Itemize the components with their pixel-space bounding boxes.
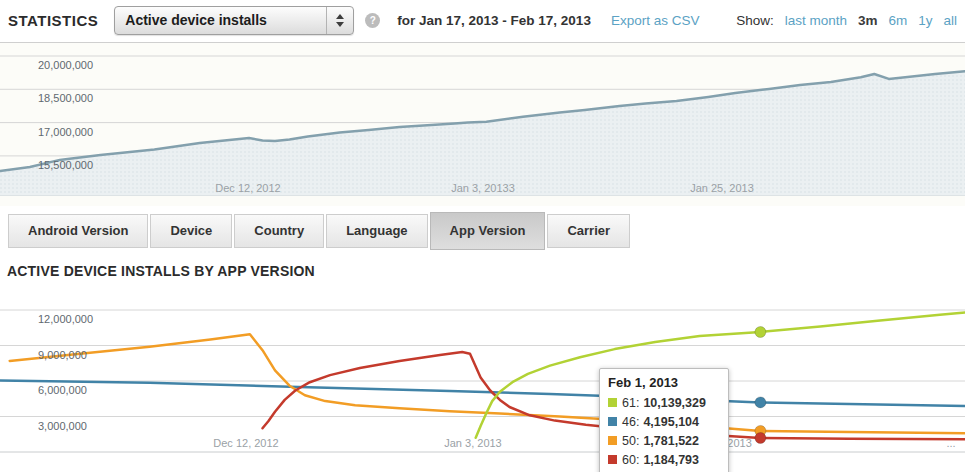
tab-android-version[interactable]: Android Version (8, 214, 148, 248)
tooltip-row: 60:1,184,793 (608, 450, 720, 469)
y-tick-label: 15,500,000 (38, 159, 93, 171)
x-tick-label: Jan 25, 2013 (690, 182, 754, 194)
x-tick-label: Dec 12, 2012 (215, 182, 280, 194)
tab-carrier[interactable]: Carrier (547, 214, 630, 248)
series-marker-60 (755, 433, 766, 444)
series-line-46 (0, 380, 965, 406)
range-all[interactable]: all (943, 13, 957, 28)
tooltip-date: Feb 1, 2013 (608, 375, 720, 390)
series-area-active-device-installs (0, 71, 965, 195)
range-selector: Show: last month3m6m1yall (736, 13, 957, 28)
metric-dropdown[interactable]: Active device installs (114, 6, 354, 35)
series-marker-46 (755, 397, 766, 408)
tooltip-version-label: 61: (622, 396, 639, 410)
tooltip-row: 46:4,195,104 (608, 412, 720, 431)
tooltip-value: 1,184,793 (643, 453, 699, 467)
tooltip-version-label: 46: (622, 415, 639, 429)
tooltip-value: 1,781,522 (643, 434, 699, 448)
y-tick-label: 20,000,000 (38, 59, 93, 71)
x-tick-label: Jan 3, 2013 (444, 437, 502, 449)
range-6m[interactable]: 6m (888, 13, 907, 28)
tooltip-version-label: 60: (622, 453, 639, 467)
page-title: STATISTICS (8, 12, 98, 29)
y-tick-label: 3,000,000 (38, 420, 87, 432)
y-tick-label: 17,000,000 (38, 126, 93, 138)
tooltip-row: 61:10,139,329 (608, 393, 720, 412)
tab-language[interactable]: Language (326, 214, 427, 248)
section-title: ACTIVE DEVICE INSTALLS BY APP VERSION (7, 263, 315, 279)
y-tick-label: 12,000,000 (38, 313, 93, 325)
chart-canvas (0, 290, 965, 460)
installs-area-chart[interactable]: 20,000,00018,500,00017,000,00015,500,000… (0, 42, 965, 206)
legend-swatch-icon (608, 455, 617, 464)
statistics-page: STATISTICS Active device installs ? for … (0, 0, 965, 472)
tooltip-value: 4,195,104 (643, 415, 699, 429)
tooltip-row: 50:1,781,522 (608, 431, 720, 450)
range-1y[interactable]: 1y (918, 13, 932, 28)
y-tick-label: 18,500,000 (38, 92, 93, 104)
tooltip-value: 10,139,329 (643, 396, 706, 410)
show-label: Show: (736, 13, 774, 28)
metric-dropdown-value: Active device installs (115, 12, 326, 28)
range-last-month[interactable]: last month (785, 13, 847, 28)
x-tick-label: ... (946, 437, 955, 449)
report-tabs: Android VersionDeviceCountryLanguageApp … (8, 214, 630, 248)
chart-tooltip: Feb 1, 2013 61:10,139,32946:4,195,10450:… (599, 368, 729, 472)
tooltip-version-label: 50: (622, 434, 639, 448)
series-marker-61 (755, 327, 766, 338)
app-version-line-chart[interactable]: 12,000,0009,000,0006,000,0003,000,000Dec… (0, 290, 965, 460)
date-range-label: for Jan 17, 2013 - Feb 17, 2013 (397, 13, 591, 28)
range-3m[interactable]: 3m (858, 13, 878, 28)
help-icon[interactable]: ? (365, 13, 380, 28)
tab-country[interactable]: Country (234, 214, 324, 248)
header-bar: STATISTICS Active device installs ? for … (0, 0, 965, 40)
legend-swatch-icon (608, 417, 617, 426)
y-tick-label: 6,000,000 (38, 384, 87, 396)
x-tick-label: Dec 12, 2012 (213, 437, 278, 449)
tab-device[interactable]: Device (150, 214, 232, 248)
x-tick-label: Jan 3, 20133 (451, 182, 515, 194)
legend-swatch-icon (608, 436, 617, 445)
export-csv-link[interactable]: Export as CSV (611, 13, 700, 28)
chevron-updown-icon (326, 7, 353, 34)
tab-app-version[interactable]: App Version (430, 212, 546, 250)
y-tick-label: 9,000,000 (38, 349, 87, 361)
legend-swatch-icon (608, 398, 617, 407)
